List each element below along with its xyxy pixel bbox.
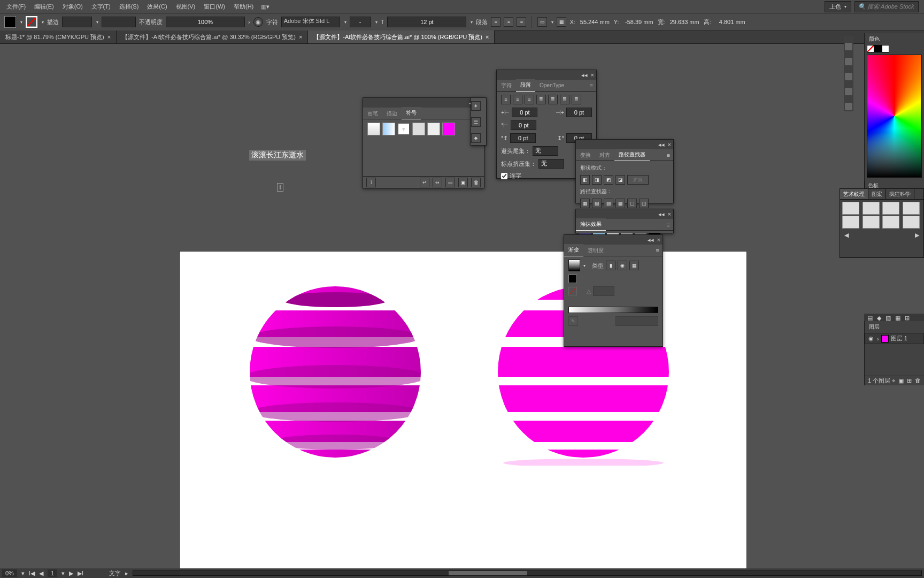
menu-type[interactable]: 文字(T) [87,1,115,13]
close-icon[interactable]: × [107,34,111,40]
gear-icon[interactable] [845,43,852,50]
collapse-icon[interactable]: ◂◂ [658,141,665,148]
export-icon[interactable] [845,103,852,110]
outline-icon[interactable]: ▢ [627,199,637,208]
first-artboard-icon[interactable]: I◀ [29,570,35,577]
align-left-icon[interactable]: ≡ [491,17,500,27]
tab-pathfinder[interactable]: 路径查找器 [614,149,650,161]
expand-button[interactable]: 扩展 [627,175,649,185]
tab-paragraph[interactable]: 段落 [516,79,535,92]
justify-center-icon[interactable]: ≣ [548,95,558,104]
opacity-field[interactable] [166,17,245,27]
texture-swatch[interactable] [882,216,899,229]
tab-opentype[interactable]: OpenType [535,80,568,90]
menu-select[interactable]: 选择(S) [115,1,143,13]
menu-effect[interactable]: 效果(C) [143,1,171,13]
tab-align[interactable]: 对齐 [595,149,614,161]
tab-gradient[interactable]: 渐变 [564,244,583,256]
layer-icon[interactable]: ▦ [895,315,900,322]
color-panel[interactable]: 颜色 [864,33,924,183]
justify-all-icon[interactable]: ≣ [572,95,581,104]
list-icon[interactable]: ☰ [471,117,481,127]
intersect-icon[interactable]: ◩ [604,175,613,185]
gradient-slider[interactable] [568,307,658,313]
recolor-icon[interactable]: ◉ [253,17,263,27]
status-menu-icon[interactable]: ▸ [125,570,128,577]
symbols-panel[interactable]: ◂◂ × 画笔 描边 符号 » ≡ ▾ ⟟ ↵ ⇔ ▭ ▣ 🗑 [363,97,484,188]
close-icon[interactable]: × [657,237,660,243]
w-value[interactable]: 29.633 mm [668,19,700,25]
justify-right-icon[interactable]: ≣ [560,95,569,104]
menu-view[interactable]: 视图(V) [172,1,200,13]
artboard-number[interactable]: 1 [48,569,57,577]
circle-icon[interactable] [845,73,852,80]
font-style-dd[interactable] [350,17,371,27]
tab-art-texture[interactable]: 艺术纹理 [840,189,868,199]
texture-swatch[interactable] [882,202,899,215]
symbol-swatch[interactable] [367,123,380,135]
hyphenate-checkbox[interactable] [501,173,507,179]
arrange-docs-icon[interactable]: ▥▾ [258,2,273,11]
merge-icon[interactable]: ▨ [604,199,613,208]
symbol-swatch-selected[interactable]: ▾ [397,123,410,135]
radial-gradient-icon[interactable]: ◉ [618,261,627,270]
graphic-styles-mini[interactable]: ✶ ☰ ♣ [471,97,487,146]
close-icon[interactable]: × [591,72,594,78]
panel-menu-icon[interactable]: ≡ [587,82,596,89]
transform-anchor-icon[interactable]: ▦ [557,17,566,27]
tab-symbols[interactable]: 符号 [402,107,421,119]
layer-icon[interactable]: ▧ [886,315,891,322]
zoom-dd-icon[interactable]: ▾ [21,570,25,577]
symbol-swatch[interactable] [382,123,395,135]
chevron-down-icon[interactable]: ▾ [96,20,98,25]
new-symbol-icon[interactable]: ▣ [458,178,468,187]
white-swatch[interactable] [882,45,889,52]
align-center-icon[interactable]: ≡ [513,95,522,104]
align-right-icon[interactable]: ≡ [525,95,534,104]
layer-icon[interactable]: ◆ [877,315,881,322]
tab-transparency[interactable]: 透明度 [583,245,608,256]
justify-left-icon[interactable]: ≣ [536,95,546,104]
stroke-swatch[interactable] [26,16,37,28]
minus-front-icon[interactable]: ◨ [592,175,602,185]
h-value[interactable]: 4.801 mm [714,19,746,25]
eyedropper-icon[interactable]: ✎ [568,316,578,326]
freeform-gradient-icon[interactable]: ▦ [629,261,639,270]
chevron-down-icon[interactable]: ▾ [375,20,378,25]
collapse-icon[interactable]: ◂◂ [581,72,588,79]
stroke-weight-field[interactable] [62,17,92,27]
zoom-level[interactable]: 0% [2,569,17,577]
symbol-options-icon[interactable]: ▭ [445,178,455,187]
brush-def-dd[interactable] [102,17,136,27]
tab-pattern[interactable]: 图案 [868,189,886,199]
gradient-stroke-swatch[interactable] [568,287,577,295]
last-artboard-icon[interactable]: ▶I [78,570,83,577]
prev-artboard-icon[interactable]: ◀ [39,570,43,577]
symbol-swatch[interactable] [412,123,425,135]
workspace-switcher[interactable]: 上色 ▾ [825,1,851,12]
disclosure-icon[interactable]: › [877,336,879,342]
y-value[interactable]: -58.39 mm [622,19,654,25]
tab-transform[interactable]: 变换 [576,149,595,161]
close-icon[interactable]: × [668,211,671,217]
prev-page-icon[interactable]: ◀ [844,232,849,239]
menu-help[interactable]: 帮助(H) [229,1,258,13]
crop-icon[interactable]: ▩ [615,199,625,208]
minus-back-icon[interactable]: ◫ [639,199,649,208]
texture-swatch[interactable] [903,216,920,229]
window-icon[interactable] [845,88,852,95]
smudge-panel[interactable]: ◂◂× 涂抹效果 ≡ [575,209,674,233]
texture-swatch[interactable] [863,216,880,229]
panel-menu-icon[interactable]: ≡ [664,222,673,228]
panel-menu-icon[interactable]: ≡ [664,152,673,158]
layer-row[interactable]: ◉ › 图层 1 [865,333,924,344]
linear-gradient-icon[interactable]: ▮ [606,261,615,270]
place-symbol-icon[interactable]: ↵ [420,178,429,187]
symbol-swatch[interactable] [442,123,455,135]
layer-icon[interactable]: ⊞ [905,315,910,322]
sphere-artwork-1[interactable] [247,284,424,460]
symbol-library-icon[interactable]: ⟟ [366,178,376,187]
next-page-icon[interactable]: ▶ [915,232,919,239]
horizontal-scrollbar[interactable] [133,571,922,576]
chevron-down-icon[interactable]: ▾ [20,20,22,25]
